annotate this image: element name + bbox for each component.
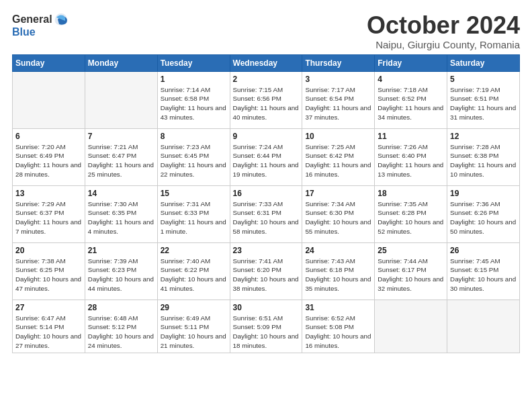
day-info: Sunrise: 7:28 AM Sunset: 6:38 PM Dayligh…	[450, 142, 517, 179]
calendar-cell: 13Sunrise: 7:29 AM Sunset: 6:37 PM Dayli…	[13, 185, 85, 242]
calendar-cell: 20Sunrise: 7:38 AM Sunset: 6:25 PM Dayli…	[13, 242, 85, 300]
day-number: 29	[161, 303, 227, 312]
day-info: Sunrise: 6:48 AM Sunset: 5:12 PM Dayligh…	[88, 314, 154, 351]
day-number: 4	[378, 75, 444, 84]
day-info: Sunrise: 6:49 AM Sunset: 5:11 PM Dayligh…	[161, 314, 227, 351]
week-row-2: 6Sunrise: 7:20 AM Sunset: 6:49 PM Daylig…	[13, 128, 520, 185]
day-number: 22	[161, 246, 227, 255]
calendar-cell: 6Sunrise: 7:20 AM Sunset: 6:49 PM Daylig…	[13, 128, 85, 185]
day-number: 30	[233, 303, 300, 312]
day-number: 16	[233, 189, 300, 198]
logo-general: General	[12, 14, 52, 25]
calendar-cell: 11Sunrise: 7:26 AM Sunset: 6:40 PM Dayli…	[375, 128, 447, 185]
day-info: Sunrise: 7:17 AM Sunset: 6:54 PM Dayligh…	[305, 85, 371, 122]
day-info: Sunrise: 7:44 AM Sunset: 6:17 PM Dayligh…	[378, 257, 444, 293]
day-info: Sunrise: 7:39 AM Sunset: 6:23 PM Dayligh…	[88, 257, 154, 293]
week-row-3: 13Sunrise: 7:29 AM Sunset: 6:37 PM Dayli…	[13, 185, 520, 242]
day-info: Sunrise: 7:23 AM Sunset: 6:45 PM Dayligh…	[161, 142, 227, 179]
calendar-cell: 21Sunrise: 7:39 AM Sunset: 6:23 PM Dayli…	[85, 242, 157, 300]
week-row-1: 1Sunrise: 7:14 AM Sunset: 6:58 PM Daylig…	[13, 71, 520, 128]
calendar-cell: 14Sunrise: 7:30 AM Sunset: 6:35 PM Dayli…	[85, 185, 157, 242]
calendar-cell: 7Sunrise: 7:21 AM Sunset: 6:47 PM Daylig…	[85, 128, 157, 185]
day-info: Sunrise: 7:34 AM Sunset: 6:30 PM Dayligh…	[305, 199, 371, 236]
day-number: 21	[88, 246, 154, 255]
calendar-cell: 17Sunrise: 7:34 AM Sunset: 6:30 PM Dayli…	[302, 185, 375, 242]
day-info: Sunrise: 7:30 AM Sunset: 6:35 PM Dayligh…	[88, 199, 154, 236]
day-header-tuesday: Tuesday	[157, 54, 230, 71]
week-row-5: 27Sunrise: 6:47 AM Sunset: 5:14 PM Dayli…	[13, 300, 520, 353]
day-header-saturday: Saturday	[447, 54, 520, 71]
page: General Blue October 2024 Naipu, Giurgiu…	[0, 0, 532, 411]
day-number: 24	[305, 246, 371, 255]
day-info: Sunrise: 7:35 AM Sunset: 6:28 PM Dayligh…	[378, 199, 444, 236]
logo-blue: Blue	[12, 27, 36, 38]
day-info: Sunrise: 7:19 AM Sunset: 6:51 PM Dayligh…	[450, 85, 517, 122]
day-header-thursday: Thursday	[302, 54, 375, 71]
day-number: 23	[233, 246, 300, 255]
calendar-cell	[85, 71, 157, 128]
logo-icon	[54, 12, 69, 27]
day-info: Sunrise: 7:24 AM Sunset: 6:44 PM Dayligh…	[233, 142, 300, 179]
day-info: Sunrise: 6:47 AM Sunset: 5:14 PM Dayligh…	[15, 314, 82, 351]
day-info: Sunrise: 7:18 AM Sunset: 6:52 PM Dayligh…	[378, 85, 444, 122]
calendar-cell: 26Sunrise: 7:45 AM Sunset: 6:15 PM Dayli…	[447, 242, 520, 300]
day-number: 9	[233, 132, 300, 141]
day-info: Sunrise: 7:14 AM Sunset: 6:58 PM Dayligh…	[161, 85, 227, 122]
day-number: 25	[378, 246, 444, 255]
day-number: 14	[88, 189, 154, 198]
day-info: Sunrise: 7:29 AM Sunset: 6:37 PM Dayligh…	[15, 199, 82, 236]
day-number: 15	[161, 189, 227, 198]
calendar-cell: 22Sunrise: 7:40 AM Sunset: 6:22 PM Dayli…	[157, 242, 230, 300]
day-header-sunday: Sunday	[13, 54, 85, 71]
day-info: Sunrise: 7:25 AM Sunset: 6:42 PM Dayligh…	[305, 142, 371, 179]
calendar-cell: 3Sunrise: 7:17 AM Sunset: 6:54 PM Daylig…	[302, 71, 375, 128]
calendar-cell: 18Sunrise: 7:35 AM Sunset: 6:28 PM Dayli…	[375, 185, 447, 242]
calendar-cell: 9Sunrise: 7:24 AM Sunset: 6:44 PM Daylig…	[230, 128, 302, 185]
day-info: Sunrise: 7:45 AM Sunset: 6:15 PM Dayligh…	[450, 257, 517, 293]
day-info: Sunrise: 7:36 AM Sunset: 6:26 PM Dayligh…	[450, 199, 517, 236]
day-number: 19	[450, 189, 517, 198]
calendar-cell: 15Sunrise: 7:31 AM Sunset: 6:33 PM Dayli…	[157, 185, 230, 242]
calendar-cell: 10Sunrise: 7:25 AM Sunset: 6:42 PM Dayli…	[302, 128, 375, 185]
day-info: Sunrise: 7:40 AM Sunset: 6:22 PM Dayligh…	[161, 257, 227, 293]
day-number: 7	[88, 132, 154, 141]
day-info: Sunrise: 7:26 AM Sunset: 6:40 PM Dayligh…	[378, 142, 444, 179]
calendar-title: October 2024	[367, 12, 520, 39]
calendar-cell: 19Sunrise: 7:36 AM Sunset: 6:26 PM Dayli…	[447, 185, 520, 242]
day-header-friday: Friday	[375, 54, 447, 71]
day-number: 10	[305, 132, 371, 141]
calendar-cell: 23Sunrise: 7:41 AM Sunset: 6:20 PM Dayli…	[230, 242, 302, 300]
calendar-cell: 5Sunrise: 7:19 AM Sunset: 6:51 PM Daylig…	[447, 71, 520, 128]
calendar-cell	[375, 300, 447, 353]
day-number: 3	[305, 75, 371, 84]
calendar-cell: 27Sunrise: 6:47 AM Sunset: 5:14 PM Dayli…	[13, 300, 85, 353]
day-number: 8	[161, 132, 227, 141]
day-number: 17	[305, 189, 371, 198]
calendar-cell	[447, 300, 520, 353]
calendar-cell: 25Sunrise: 7:44 AM Sunset: 6:17 PM Dayli…	[375, 242, 447, 300]
day-info: Sunrise: 7:15 AM Sunset: 6:56 PM Dayligh…	[233, 85, 300, 122]
logo-area: General Blue	[12, 12, 69, 38]
calendar-cell: 29Sunrise: 6:49 AM Sunset: 5:11 PM Dayli…	[157, 300, 230, 353]
day-number: 27	[15, 303, 82, 312]
day-number: 28	[88, 303, 154, 312]
day-info: Sunrise: 6:51 AM Sunset: 5:09 PM Dayligh…	[233, 314, 300, 351]
day-info: Sunrise: 7:33 AM Sunset: 6:31 PM Dayligh…	[233, 199, 300, 236]
day-number: 1	[161, 75, 227, 84]
day-info: Sunrise: 7:41 AM Sunset: 6:20 PM Dayligh…	[233, 257, 300, 293]
calendar-cell: 4Sunrise: 7:18 AM Sunset: 6:52 PM Daylig…	[375, 71, 447, 128]
day-number: 26	[450, 246, 517, 255]
calendar-cell: 8Sunrise: 7:23 AM Sunset: 6:45 PM Daylig…	[157, 128, 230, 185]
day-number: 20	[15, 246, 82, 255]
day-info: Sunrise: 7:21 AM Sunset: 6:47 PM Dayligh…	[88, 142, 154, 179]
day-number: 5	[450, 75, 517, 84]
calendar-cell: 1Sunrise: 7:14 AM Sunset: 6:58 PM Daylig…	[157, 71, 230, 128]
day-info: Sunrise: 7:38 AM Sunset: 6:25 PM Dayligh…	[15, 257, 82, 293]
calendar-subtitle: Naipu, Giurgiu County, Romania	[367, 39, 520, 50]
day-info: Sunrise: 7:20 AM Sunset: 6:49 PM Dayligh…	[15, 142, 82, 179]
title-area: October 2024 Naipu, Giurgiu County, Roma…	[367, 12, 520, 50]
calendar-cell: 16Sunrise: 7:33 AM Sunset: 6:31 PM Dayli…	[230, 185, 302, 242]
calendar-cell	[13, 71, 85, 128]
calendar-table: SundayMondayTuesdayWednesdayThursdayFrid…	[12, 54, 520, 354]
header: General Blue October 2024 Naipu, Giurgiu…	[12, 12, 520, 50]
